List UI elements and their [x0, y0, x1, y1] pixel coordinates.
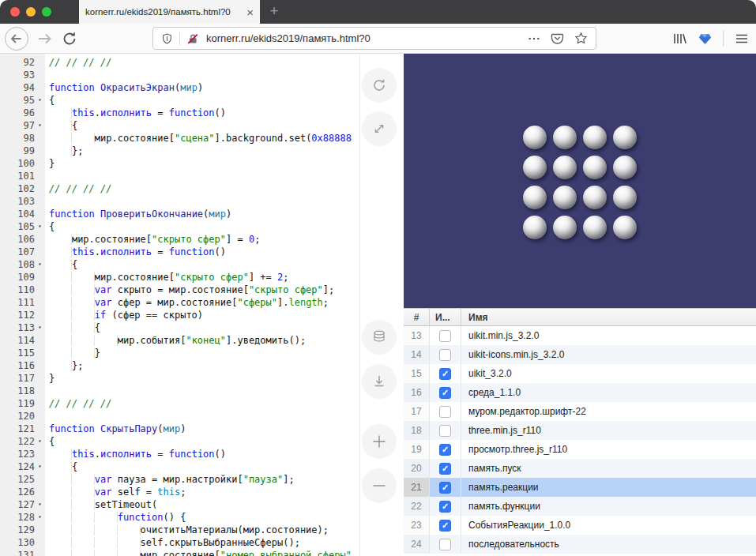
table-row[interactable]: 13uikit.min.js_3.2.0	[404, 326, 756, 345]
table-row[interactable]: 15✓uikit_3.2.0	[404, 364, 756, 383]
table-row[interactable]: 17муром.редактор.шрифт-22	[404, 402, 756, 421]
code-line[interactable]: 106 мир.состояние["скрыто сфер"] = 0;	[0, 233, 352, 246]
refresh-button[interactable]	[362, 68, 397, 103]
code-line[interactable]: 130 self.скрытьВыбранныеСферы();	[0, 536, 352, 549]
sphere[interactable]	[613, 126, 637, 149]
sphere[interactable]	[553, 156, 577, 179]
sphere[interactable]	[523, 156, 547, 179]
checkbox-checked[interactable]: ✓	[439, 368, 451, 380]
code-line[interactable]: 116 };	[0, 359, 352, 372]
table-row[interactable]: 19✓просмотр.three.js_r110	[404, 440, 756, 459]
minimize-window-button[interactable]	[26, 7, 36, 17]
code-line[interactable]: 105▾{	[0, 220, 352, 233]
url-bar[interactable]: kornerr.ru/ekids2019/память.html?0	[152, 27, 596, 50]
code-line[interactable]: 96 this.исполнить = function()	[0, 107, 352, 119]
code-line[interactable]: 120	[0, 410, 352, 423]
code-line[interactable]: 98 мир.состояние["сцена"].background.set…	[0, 132, 352, 145]
download-button[interactable]	[362, 364, 397, 399]
fold-arrow-icon[interactable]: ▾	[35, 460, 45, 473]
checkbox-checked[interactable]: ✓	[439, 482, 451, 494]
gem-extension-icon[interactable]	[698, 31, 713, 46]
sphere[interactable]	[523, 186, 547, 209]
table-row[interactable]: 16✓среда_1.1.0	[404, 383, 756, 402]
sphere[interactable]	[613, 156, 637, 179]
tracking-protection-shield-icon[interactable]	[161, 32, 173, 45]
checkbox-unchecked[interactable]	[439, 425, 451, 437]
fold-arrow-icon[interactable]: ▾	[35, 435, 45, 448]
table-row[interactable]: 21✓память.реакции	[404, 478, 756, 497]
file-name[interactable]: память.пуск	[461, 459, 756, 478]
sphere[interactable]	[613, 186, 637, 209]
code-line[interactable]: 114 мир.события["конец"].уведомить();	[0, 334, 352, 347]
code-line[interactable]: 117 }	[0, 372, 352, 385]
code-line[interactable]: 119 // // // //	[0, 397, 352, 410]
close-window-button[interactable]	[10, 7, 20, 17]
code-line[interactable]: 123 this.исполнить = function()	[0, 448, 352, 460]
forward-button[interactable]	[36, 24, 55, 53]
code-line[interactable]: 94 function ОкраситьЭкран(мир)	[0, 81, 352, 94]
code-line[interactable]: 110 var скрыто = мир.состояние["скрыто с…	[0, 284, 352, 296]
file-name[interactable]: СобытияРеакции_1.0.0	[461, 516, 756, 535]
pocket-icon[interactable]	[551, 32, 564, 45]
code-line[interactable]: 131 мир.состояние["номер выбранной сферы…	[0, 549, 352, 556]
code-line[interactable]: 129 очиститьМатериалы(мир.состояние);	[0, 524, 352, 536]
sphere[interactable]	[583, 186, 607, 209]
code-line[interactable]: 128▾ function() {	[0, 511, 352, 524]
bookmark-star-icon[interactable]	[574, 32, 588, 45]
code-line[interactable]: 95▾{	[0, 94, 352, 107]
zoom-window-button[interactable]	[42, 7, 51, 17]
checkbox-checked[interactable]: ✓	[439, 520, 451, 532]
code-line[interactable]: 115 }	[0, 347, 352, 359]
checkbox-checked[interactable]: ✓	[439, 501, 451, 513]
code-line[interactable]: 122▾{	[0, 435, 352, 448]
file-name[interactable]: память.функции	[461, 497, 756, 516]
sphere[interactable]	[553, 126, 577, 149]
sphere[interactable]	[553, 186, 577, 209]
code-line[interactable]: 93	[0, 69, 352, 81]
url-text[interactable]: kornerr.ru/ekids2019/память.html?0	[206, 32, 521, 44]
code-line[interactable]: 124▾ {	[0, 460, 352, 473]
tab-close-icon[interactable]: ×	[246, 6, 254, 18]
code-line[interactable]: 109 мир.состояние["скрыто сфер"] += 2;	[0, 271, 352, 284]
code-line[interactable]: 112 if (сфер == скрыто)	[0, 309, 352, 321]
sphere[interactable]	[523, 126, 547, 149]
table-row[interactable]: 14uikit-icons.min.js_3.2.0	[404, 345, 756, 364]
menu-hamburger-icon[interactable]	[734, 31, 750, 47]
fold-arrow-icon[interactable]: ▾	[35, 511, 45, 524]
code-line[interactable]: 126 var self = this;	[0, 486, 352, 498]
library-icon[interactable]	[671, 31, 687, 47]
file-name[interactable]: uikit-icons.min.js_3.2.0	[461, 345, 756, 364]
sphere[interactable]	[613, 216, 637, 239]
file-name[interactable]: последовательность	[461, 535, 756, 554]
code-line[interactable]: 97▾ {	[0, 119, 352, 132]
file-name[interactable]: three.min.js_r110	[461, 421, 756, 440]
zoom-in-button[interactable]	[362, 424, 397, 459]
code-line[interactable]: 104 function ПроверитьОкончание(мир)	[0, 208, 352, 220]
code-line[interactable]: 92 // // // //	[0, 56, 352, 69]
code-line[interactable]: 99 };	[0, 145, 352, 157]
expand-button[interactable]	[362, 111, 397, 146]
file-name[interactable]: память.реакции	[461, 478, 756, 497]
sphere[interactable]	[583, 126, 607, 149]
code-line[interactable]: 103	[0, 195, 352, 208]
table-row[interactable]: 20✓память.пуск	[404, 459, 756, 478]
code-line[interactable]: 127▾ setTimeout(	[0, 498, 352, 511]
checkbox-unchecked[interactable]	[439, 539, 451, 550]
code-line[interactable]: 107 this.исполнить = function()	[0, 246, 352, 258]
checkbox-checked[interactable]: ✓	[439, 463, 451, 475]
table-row[interactable]: 18three.min.js_r110	[404, 421, 756, 440]
fold-arrow-icon[interactable]: ▾	[35, 258, 45, 271]
checkbox-unchecked[interactable]	[439, 349, 451, 361]
zoom-out-button[interactable]	[362, 468, 397, 503]
sphere[interactable]	[583, 216, 607, 239]
reload-button[interactable]	[60, 24, 79, 53]
back-button[interactable]	[4, 24, 29, 53]
new-tab-button[interactable]: +	[263, 0, 285, 24]
checkbox-unchecked[interactable]	[439, 330, 451, 342]
page-actions-dots-icon[interactable]	[528, 32, 540, 45]
file-name[interactable]: uikit_3.2.0	[461, 364, 756, 383]
three-js-viewport[interactable]	[404, 54, 756, 308]
resources-button[interactable]	[362, 320, 397, 355]
table-row[interactable]: 22✓память.функции	[404, 497, 756, 516]
fold-arrow-icon[interactable]: ▾	[35, 119, 45, 132]
